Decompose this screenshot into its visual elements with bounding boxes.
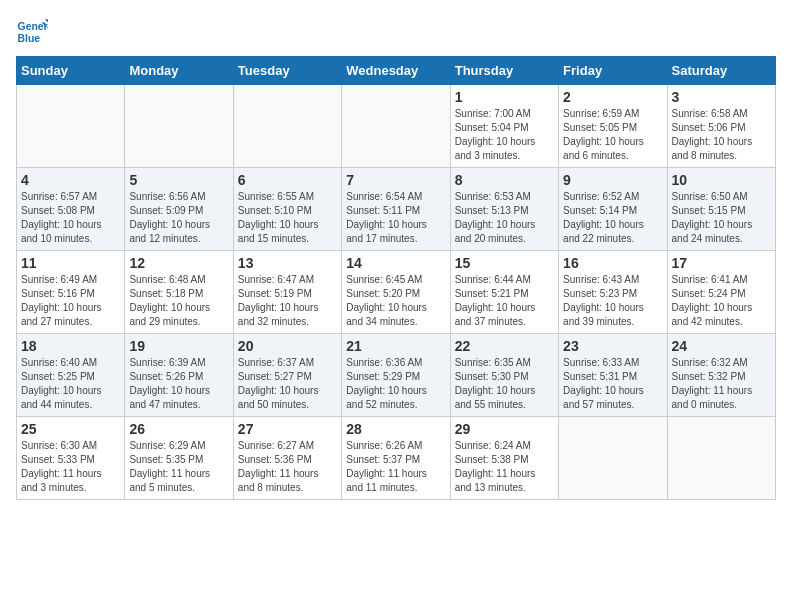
weekday-header-thursday: Thursday [450,57,558,85]
header: General Blue [16,16,776,48]
day-number: 27 [238,421,337,437]
calendar-cell: 3Sunrise: 6:58 AM Sunset: 5:06 PM Daylig… [667,85,775,168]
calendar-cell: 23Sunrise: 6:33 AM Sunset: 5:31 PM Dayli… [559,334,667,417]
calendar-cell: 7Sunrise: 6:54 AM Sunset: 5:11 PM Daylig… [342,168,450,251]
day-number: 18 [21,338,120,354]
calendar-week-row: 25Sunrise: 6:30 AM Sunset: 5:33 PM Dayli… [17,417,776,500]
calendar-cell: 13Sunrise: 6:47 AM Sunset: 5:19 PM Dayli… [233,251,341,334]
day-info: Sunrise: 7:00 AM Sunset: 5:04 PM Dayligh… [455,107,554,163]
weekday-header-wednesday: Wednesday [342,57,450,85]
day-number: 26 [129,421,228,437]
calendar-week-row: 11Sunrise: 6:49 AM Sunset: 5:16 PM Dayli… [17,251,776,334]
day-number: 3 [672,89,771,105]
calendar-cell: 17Sunrise: 6:41 AM Sunset: 5:24 PM Dayli… [667,251,775,334]
calendar-cell: 5Sunrise: 6:56 AM Sunset: 5:09 PM Daylig… [125,168,233,251]
day-info: Sunrise: 6:24 AM Sunset: 5:38 PM Dayligh… [455,439,554,495]
day-number: 5 [129,172,228,188]
day-info: Sunrise: 6:55 AM Sunset: 5:10 PM Dayligh… [238,190,337,246]
weekday-header-sunday: Sunday [17,57,125,85]
calendar-cell [17,85,125,168]
day-info: Sunrise: 6:30 AM Sunset: 5:33 PM Dayligh… [21,439,120,495]
calendar-cell: 27Sunrise: 6:27 AM Sunset: 5:36 PM Dayli… [233,417,341,500]
day-number: 16 [563,255,662,271]
day-info: Sunrise: 6:49 AM Sunset: 5:16 PM Dayligh… [21,273,120,329]
day-number: 4 [21,172,120,188]
day-info: Sunrise: 6:32 AM Sunset: 5:32 PM Dayligh… [672,356,771,412]
weekday-header-tuesday: Tuesday [233,57,341,85]
day-info: Sunrise: 6:58 AM Sunset: 5:06 PM Dayligh… [672,107,771,163]
calendar-table: SundayMondayTuesdayWednesdayThursdayFrid… [16,56,776,500]
day-number: 17 [672,255,771,271]
calendar-cell: 9Sunrise: 6:52 AM Sunset: 5:14 PM Daylig… [559,168,667,251]
day-number: 10 [672,172,771,188]
calendar-cell: 11Sunrise: 6:49 AM Sunset: 5:16 PM Dayli… [17,251,125,334]
day-info: Sunrise: 6:54 AM Sunset: 5:11 PM Dayligh… [346,190,445,246]
day-number: 13 [238,255,337,271]
day-number: 9 [563,172,662,188]
day-info: Sunrise: 6:27 AM Sunset: 5:36 PM Dayligh… [238,439,337,495]
day-number: 28 [346,421,445,437]
day-number: 29 [455,421,554,437]
day-info: Sunrise: 6:39 AM Sunset: 5:26 PM Dayligh… [129,356,228,412]
day-info: Sunrise: 6:29 AM Sunset: 5:35 PM Dayligh… [129,439,228,495]
day-info: Sunrise: 6:26 AM Sunset: 5:37 PM Dayligh… [346,439,445,495]
calendar-cell: 20Sunrise: 6:37 AM Sunset: 5:27 PM Dayli… [233,334,341,417]
calendar-week-row: 4Sunrise: 6:57 AM Sunset: 5:08 PM Daylig… [17,168,776,251]
calendar-cell: 14Sunrise: 6:45 AM Sunset: 5:20 PM Dayli… [342,251,450,334]
calendar-cell: 29Sunrise: 6:24 AM Sunset: 5:38 PM Dayli… [450,417,558,500]
day-info: Sunrise: 6:52 AM Sunset: 5:14 PM Dayligh… [563,190,662,246]
logo: General Blue [16,16,52,48]
day-info: Sunrise: 6:56 AM Sunset: 5:09 PM Dayligh… [129,190,228,246]
day-info: Sunrise: 6:37 AM Sunset: 5:27 PM Dayligh… [238,356,337,412]
day-number: 23 [563,338,662,354]
day-info: Sunrise: 6:53 AM Sunset: 5:13 PM Dayligh… [455,190,554,246]
calendar-cell: 8Sunrise: 6:53 AM Sunset: 5:13 PM Daylig… [450,168,558,251]
calendar-cell: 4Sunrise: 6:57 AM Sunset: 5:08 PM Daylig… [17,168,125,251]
day-info: Sunrise: 6:48 AM Sunset: 5:18 PM Dayligh… [129,273,228,329]
day-number: 22 [455,338,554,354]
day-number: 8 [455,172,554,188]
calendar-cell [667,417,775,500]
day-info: Sunrise: 6:40 AM Sunset: 5:25 PM Dayligh… [21,356,120,412]
calendar-cell [233,85,341,168]
calendar-cell: 21Sunrise: 6:36 AM Sunset: 5:29 PM Dayli… [342,334,450,417]
svg-text:Blue: Blue [18,33,41,44]
calendar-cell [342,85,450,168]
day-info: Sunrise: 6:33 AM Sunset: 5:31 PM Dayligh… [563,356,662,412]
calendar-cell: 19Sunrise: 6:39 AM Sunset: 5:26 PM Dayli… [125,334,233,417]
calendar-cell: 22Sunrise: 6:35 AM Sunset: 5:30 PM Dayli… [450,334,558,417]
day-info: Sunrise: 6:50 AM Sunset: 5:15 PM Dayligh… [672,190,771,246]
day-number: 14 [346,255,445,271]
calendar-cell: 2Sunrise: 6:59 AM Sunset: 5:05 PM Daylig… [559,85,667,168]
calendar-cell [125,85,233,168]
calendar-cell: 1Sunrise: 7:00 AM Sunset: 5:04 PM Daylig… [450,85,558,168]
weekday-header-row: SundayMondayTuesdayWednesdayThursdayFrid… [17,57,776,85]
calendar-cell: 6Sunrise: 6:55 AM Sunset: 5:10 PM Daylig… [233,168,341,251]
calendar-cell: 12Sunrise: 6:48 AM Sunset: 5:18 PM Dayli… [125,251,233,334]
day-number: 20 [238,338,337,354]
day-info: Sunrise: 6:43 AM Sunset: 5:23 PM Dayligh… [563,273,662,329]
weekday-header-monday: Monday [125,57,233,85]
calendar-cell: 18Sunrise: 6:40 AM Sunset: 5:25 PM Dayli… [17,334,125,417]
calendar-cell: 24Sunrise: 6:32 AM Sunset: 5:32 PM Dayli… [667,334,775,417]
day-number: 24 [672,338,771,354]
calendar-cell: 25Sunrise: 6:30 AM Sunset: 5:33 PM Dayli… [17,417,125,500]
day-number: 19 [129,338,228,354]
day-info: Sunrise: 6:45 AM Sunset: 5:20 PM Dayligh… [346,273,445,329]
calendar-cell: 26Sunrise: 6:29 AM Sunset: 5:35 PM Dayli… [125,417,233,500]
day-info: Sunrise: 6:44 AM Sunset: 5:21 PM Dayligh… [455,273,554,329]
day-info: Sunrise: 6:36 AM Sunset: 5:29 PM Dayligh… [346,356,445,412]
logo-icon: General Blue [16,16,48,48]
weekday-header-friday: Friday [559,57,667,85]
calendar-cell: 15Sunrise: 6:44 AM Sunset: 5:21 PM Dayli… [450,251,558,334]
day-number: 15 [455,255,554,271]
calendar-cell [559,417,667,500]
day-number: 6 [238,172,337,188]
calendar-cell: 16Sunrise: 6:43 AM Sunset: 5:23 PM Dayli… [559,251,667,334]
day-number: 11 [21,255,120,271]
day-number: 7 [346,172,445,188]
day-info: Sunrise: 6:35 AM Sunset: 5:30 PM Dayligh… [455,356,554,412]
day-info: Sunrise: 6:47 AM Sunset: 5:19 PM Dayligh… [238,273,337,329]
day-number: 1 [455,89,554,105]
calendar-cell: 28Sunrise: 6:26 AM Sunset: 5:37 PM Dayli… [342,417,450,500]
